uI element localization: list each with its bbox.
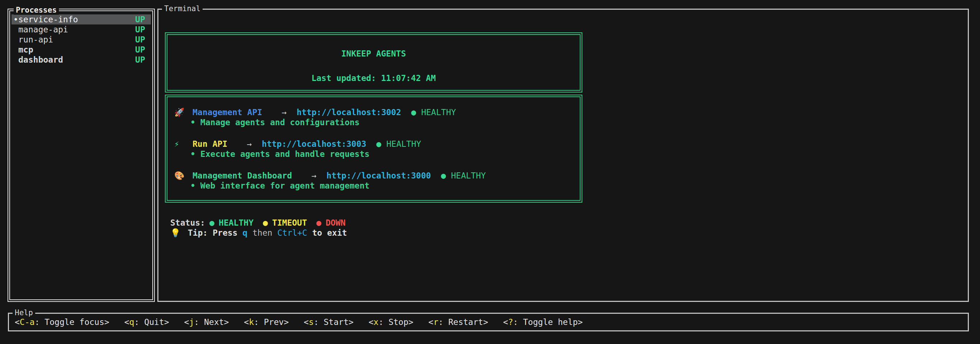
header-box: INKEEP AGENTS Last updated: 11:07:42 AM bbox=[165, 32, 582, 93]
down-dot-icon: ● bbox=[317, 218, 321, 227]
terminal-app: { "colors": { "green": "#3dd794", "green… bbox=[0, 0, 980, 344]
shortcut-desc: Quit bbox=[144, 317, 164, 327]
lightning-icon: ⚡ bbox=[174, 139, 192, 149]
shortcut-key: s bbox=[309, 317, 313, 327]
service-head: 🚀Management API→http://localhost:3002●HE… bbox=[174, 107, 580, 117]
bracket: > bbox=[164, 317, 169, 327]
process-row-mcp[interactable]: mcp UP bbox=[11, 45, 151, 55]
bracket: > bbox=[409, 317, 414, 327]
shortcut-stop: <x: Stop> bbox=[369, 317, 414, 327]
bullet-icon: • bbox=[190, 181, 196, 190]
process-status-badge: UP bbox=[135, 14, 145, 24]
app-title: INKEEP AGENTS bbox=[167, 49, 580, 59]
last-updated-text: Last updated: 11:07:42 AM bbox=[167, 73, 580, 83]
bracket: > bbox=[284, 317, 289, 327]
arrow-icon: → bbox=[282, 107, 287, 117]
tip-text-1: Tip: Press bbox=[188, 228, 237, 237]
shortcut-key: C-a bbox=[20, 317, 35, 327]
bracket: < bbox=[15, 317, 20, 327]
bracket: < bbox=[184, 317, 189, 327]
shortcut-desc: Restart bbox=[448, 317, 483, 327]
bracket: > bbox=[483, 317, 488, 327]
process-status-badge: UP bbox=[135, 35, 145, 45]
process-name: service-info bbox=[18, 14, 135, 24]
selection-indicator: • bbox=[13, 14, 18, 24]
bracket: < bbox=[244, 317, 249, 327]
service-description: •Web interface for agent management bbox=[190, 181, 580, 191]
bullet-icon: • bbox=[190, 118, 196, 127]
service-url[interactable]: http://localhost:3003 bbox=[262, 139, 366, 149]
shortcut-desc: Next bbox=[204, 317, 224, 327]
bracket: > bbox=[104, 317, 109, 327]
terminal-panel: Terminal INKEEP AGENTS Last updated: 11:… bbox=[158, 9, 969, 302]
bracket: < bbox=[429, 317, 434, 327]
service-management-dashboard: 🎨Management Dashboard→http://localhost:3… bbox=[174, 171, 580, 191]
shortcut-desc: Prev bbox=[264, 317, 283, 327]
bullet-icon: • bbox=[190, 149, 196, 159]
bracket: > bbox=[578, 317, 583, 327]
shortcut-quit: <q: Quit> bbox=[124, 317, 169, 327]
process-row-run-api[interactable]: run-api UP bbox=[11, 35, 151, 45]
process-name: dashboard bbox=[18, 55, 135, 65]
service-description-text: Web interface for agent management bbox=[200, 181, 370, 190]
help-panel-title: Help bbox=[13, 308, 35, 317]
separator: : bbox=[254, 317, 264, 327]
service-status: HEALTHY bbox=[451, 171, 486, 180]
process-name: manage-api bbox=[18, 24, 135, 35]
separator: : bbox=[313, 317, 324, 327]
status-legend: Status:●HEALTHY●TIMEOUT●DOWN bbox=[170, 218, 345, 228]
shortcut-key: k bbox=[249, 317, 254, 327]
separator: : bbox=[379, 317, 389, 327]
service-name: Run API bbox=[192, 139, 228, 149]
shortcut-desc: Stop bbox=[388, 317, 408, 327]
shortcut-start: <s: Start> bbox=[304, 317, 354, 327]
shortcut-key: j bbox=[189, 317, 194, 327]
processes-panel: Processes • service-info UP manage-api U… bbox=[8, 9, 155, 302]
separator: : bbox=[194, 317, 204, 327]
process-name: run-api bbox=[18, 35, 135, 45]
service-status: HEALTHY bbox=[421, 107, 456, 117]
process-status-badge: UP bbox=[135, 24, 145, 35]
shortcut-desc: Toggle focus bbox=[45, 317, 104, 327]
service-management-api: 🚀Management API→http://localhost:3002●HE… bbox=[174, 107, 580, 127]
shortcut-key: ? bbox=[508, 317, 513, 327]
health-dot-icon: ● bbox=[377, 139, 382, 149]
tip-text-2: then bbox=[253, 228, 272, 237]
shortcut-toggle-help: <?: Toggle help> bbox=[503, 317, 583, 327]
service-name: Management API bbox=[192, 107, 262, 117]
timeout-dot-icon: ● bbox=[263, 218, 268, 227]
bracket: < bbox=[369, 317, 374, 327]
bracket: > bbox=[224, 317, 229, 327]
health-dot-icon: ● bbox=[441, 171, 446, 180]
shortcut-desc: Toggle help bbox=[523, 317, 578, 327]
service-url[interactable]: http://localhost:3002 bbox=[297, 107, 401, 117]
status-legend-label: Status: bbox=[170, 218, 205, 227]
shortcut-next: <j: Next> bbox=[184, 317, 229, 327]
palette-icon: 🎨 bbox=[174, 171, 192, 181]
shortcut-desc: Start bbox=[324, 317, 348, 327]
service-description-text: Execute agents and handle requests bbox=[200, 149, 370, 159]
process-list: • service-info UP manage-api UP run-api … bbox=[10, 11, 152, 65]
services-box: 🚀Management API→http://localhost:3002●HE… bbox=[165, 94, 582, 203]
processes-panel-title: Processes bbox=[14, 5, 59, 15]
tip-line: 💡Tip: Press q then Ctrl+C to exit bbox=[170, 228, 347, 238]
separator: : bbox=[35, 317, 45, 327]
process-row-manage-api[interactable]: manage-api UP bbox=[11, 24, 151, 35]
service-head: 🎨Management Dashboard→http://localhost:3… bbox=[174, 171, 580, 181]
arrow-icon: → bbox=[247, 139, 252, 149]
bracket: < bbox=[124, 317, 129, 327]
process-row-service-info[interactable]: • service-info UP bbox=[11, 14, 151, 24]
bracket: > bbox=[348, 317, 353, 327]
tip-key-ctrl-c: Ctrl+C bbox=[277, 228, 307, 237]
service-url[interactable]: http://localhost:3000 bbox=[326, 171, 431, 180]
process-row-dashboard[interactable]: dashboard UP bbox=[11, 55, 151, 65]
separator: : bbox=[513, 317, 523, 327]
help-panel: Help <C-a: Toggle focus> <q: Quit> <j: N… bbox=[8, 313, 969, 331]
down-label: DOWN bbox=[326, 218, 345, 227]
arrow-icon: → bbox=[312, 171, 317, 180]
process-name: mcp bbox=[18, 45, 135, 55]
health-dot-icon: ● bbox=[411, 107, 416, 117]
tip-text-3: to exit bbox=[312, 228, 347, 237]
separator: : bbox=[438, 317, 448, 327]
healthy-dot-icon: ● bbox=[210, 218, 215, 227]
